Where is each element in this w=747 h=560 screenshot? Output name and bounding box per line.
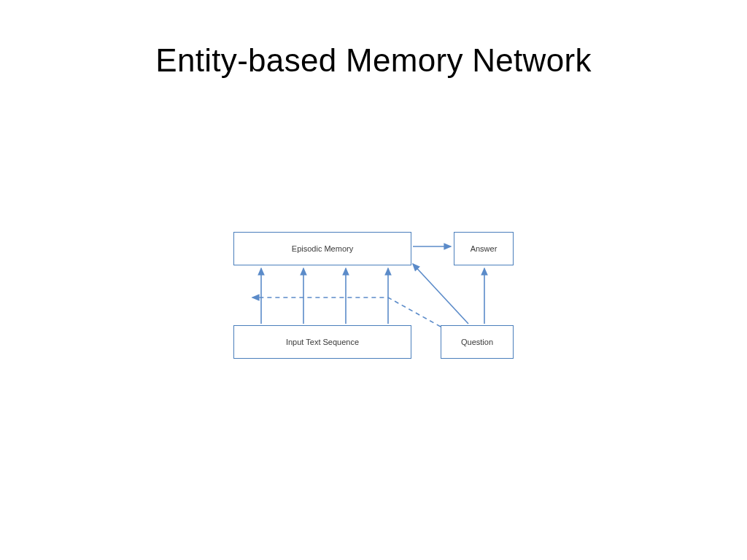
diagram-arrows — [231, 232, 516, 378]
slide: Entity-based Memory Network Episodic Mem… — [0, 0, 747, 560]
diagram: Episodic Memory Answer Input Text Sequen… — [231, 232, 516, 378]
slide-title: Entity-based Memory Network — [0, 42, 747, 79]
arrow-question-to-memory — [413, 264, 468, 324]
arrow-question-to-input-dashed — [252, 298, 441, 327]
